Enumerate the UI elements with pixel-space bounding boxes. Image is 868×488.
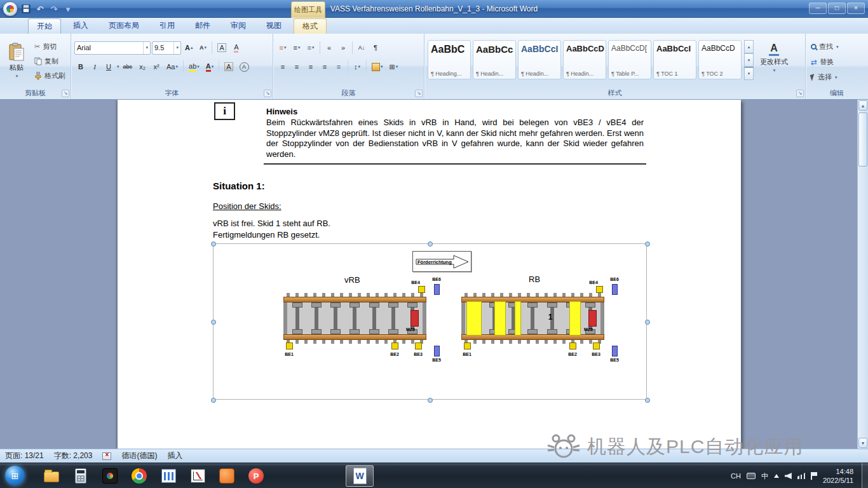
scroll-up-button[interactable]: ▲: [858, 100, 867, 111]
underline-dropdown[interactable]: ▾: [117, 64, 119, 69]
gallery-scroll-down-button[interactable]: ▾: [744, 53, 754, 67]
resize-handle[interactable]: [645, 320, 650, 325]
enclose-characters-button[interactable]: A: [237, 60, 252, 74]
taskbar-explorer-button[interactable]: [37, 465, 65, 487]
borders-button[interactable]: ⊞▾: [387, 60, 401, 74]
close-button[interactable]: ×: [847, 3, 865, 14]
italic-button[interactable]: I: [88, 60, 101, 74]
scrollbar-thumb[interactable]: [858, 112, 867, 166]
taskbar-orange-app-button[interactable]: [213, 465, 241, 487]
clipboard-dialog-launcher[interactable]: ↘: [62, 90, 69, 97]
volume-icon[interactable]: [785, 473, 792, 479]
taskbar-chrome-button[interactable]: [125, 465, 153, 487]
scroll-down-button[interactable]: ▼: [858, 438, 867, 448]
start-button[interactable]: ⊞: [5, 466, 25, 485]
style-card[interactable]: AaBbCcD ¶ TOC 2: [698, 40, 742, 79]
replace-button[interactable]: ⇄ 替换: [809, 55, 865, 69]
language-bar-badge[interactable]: CH: [731, 472, 741, 480]
justify-button[interactable]: ≡: [318, 60, 331, 74]
paste-button[interactable]: 粘贴 ▾: [3, 40, 30, 90]
resize-handle[interactable]: [211, 241, 216, 247]
show-desktop-button[interactable]: [862, 463, 868, 488]
page-indicator[interactable]: 页面: 13/21: [5, 451, 44, 461]
grow-font-button[interactable]: A▴: [182, 41, 195, 55]
resize-handle[interactable]: [211, 398, 216, 403]
align-left-button[interactable]: ≡: [276, 60, 289, 74]
tab-home[interactable]: 开始: [28, 18, 61, 34]
language-indicator[interactable]: 德语(德国): [121, 451, 157, 461]
taskbar-clock[interactable]: 14:48 2022/5/11: [823, 467, 853, 485]
align-center-button[interactable]: ≡: [290, 60, 303, 74]
increase-indent-button[interactable]: »: [337, 41, 349, 55]
taskbar-line-graph-app-button[interactable]: [184, 465, 212, 487]
drawing-canvas[interactable]: Förderrichtung vRB RB MZ8: [213, 243, 647, 400]
style-card[interactable]: AaBbCcD[ ¶ Table P...: [608, 40, 651, 79]
shrink-font-button[interactable]: A▾: [196, 41, 209, 55]
font-family-combo[interactable]: Arial ▾: [74, 41, 151, 55]
insert-mode-indicator[interactable]: 插入: [167, 451, 182, 461]
tab-view[interactable]: 视图: [258, 18, 290, 34]
resize-handle[interactable]: [645, 398, 650, 403]
word-count[interactable]: 字数: 2,203: [54, 451, 93, 461]
font-size-combo[interactable]: 9.5 ▾: [152, 41, 181, 55]
tab-review[interactable]: 审阅: [222, 18, 254, 34]
character-shading-button[interactable]: A: [222, 60, 235, 74]
keyboard-icon[interactable]: [747, 473, 756, 479]
bullets-button[interactable]: ≡▾: [276, 41, 289, 55]
change-styles-button[interactable]: A 更改样式 ▾: [756, 40, 792, 90]
tab-page-layout[interactable]: 页面布局: [100, 18, 147, 34]
taskbar-word-button[interactable]: W: [346, 465, 374, 487]
numbering-button[interactable]: ≡▾: [290, 41, 303, 55]
copy-button[interactable]: 复制: [32, 55, 67, 68]
proofing-errors-icon[interactable]: ×: [102, 452, 111, 460]
style-card[interactable]: AaBbCcI ¶ Headin...: [518, 40, 561, 79]
action-center-flag-icon[interactable]: [811, 472, 817, 480]
language-bar-chinese[interactable]: 中: [761, 471, 768, 481]
tab-format[interactable]: 格式: [294, 18, 327, 34]
show-paragraph-marks-button[interactable]: ¶: [369, 41, 382, 55]
resize-handle[interactable]: [428, 241, 433, 247]
style-card[interactable]: AaBbC ¶ Heading...: [428, 40, 471, 79]
superscript-button[interactable]: x²: [150, 60, 163, 74]
conveyor-rb[interactable]: 1 MZ8: [461, 293, 604, 344]
taskbar-presentation-app-button[interactable]: P: [242, 465, 270, 487]
maximize-button[interactable]: □: [828, 3, 846, 14]
hidden-icons-arrow[interactable]: [774, 474, 779, 478]
style-card[interactable]: AaBbCcD ¶ Headin...: [563, 40, 606, 79]
align-right-button[interactable]: ≡: [304, 60, 317, 74]
shading-button[interactable]: ▾: [369, 60, 386, 74]
style-card[interactable]: AaBbCcI ¶ TOC 1: [653, 40, 696, 79]
vertical-scrollbar[interactable]: ▲ ▼: [857, 100, 868, 449]
gallery-scroll-up-button[interactable]: ▴: [744, 40, 754, 53]
change-case-button[interactable]: Aa▾: [164, 60, 180, 74]
character-border-button[interactable]: A: [215, 41, 228, 55]
tab-insert[interactable]: 插入: [65, 18, 97, 34]
tab-references[interactable]: 引用: [151, 18, 183, 34]
clear-formatting-button[interactable]: A: [230, 41, 243, 55]
resize-handle[interactable]: [645, 241, 650, 247]
font-dialog-launcher[interactable]: ↘: [264, 90, 271, 97]
resize-handle[interactable]: [211, 320, 216, 325]
strikethrough-button[interactable]: abc: [121, 60, 135, 74]
resize-handle[interactable]: [428, 398, 433, 403]
gallery-more-button[interactable]: ▾: [744, 67, 754, 80]
tab-mailings[interactable]: 邮件: [187, 18, 219, 34]
distribute-button[interactable]: ≡: [332, 60, 345, 74]
subscript-button[interactable]: x₂: [136, 60, 149, 74]
underline-button[interactable]: U: [102, 60, 115, 74]
network-icon[interactable]: [797, 473, 805, 479]
bold-button[interactable]: B: [74, 60, 87, 74]
format-painter-button[interactable]: 格式刷: [32, 69, 67, 83]
conveyor-vrb[interactable]: MZ8: [283, 293, 426, 344]
sort-button[interactable]: A↓: [355, 41, 368, 55]
multilevel-list-button[interactable]: ≡▾: [304, 41, 317, 55]
cut-button[interactable]: ✂ 剪切: [32, 40, 67, 53]
taskbar-calculator-button[interactable]: [67, 465, 95, 487]
styles-dialog-launcher[interactable]: ↘: [796, 90, 804, 97]
decrease-indent-button[interactable]: «: [323, 41, 336, 55]
taskbar-bar-chart-app-button[interactable]: [154, 465, 182, 487]
taskbar-color-app-button[interactable]: [96, 465, 124, 487]
select-button[interactable]: 选择 ▾: [809, 71, 865, 84]
document-page[interactable]: i Hinweis Beim Rückwärtsfahren eines Ski…: [118, 100, 741, 449]
paragraph-dialog-launcher[interactable]: ↘: [415, 90, 423, 97]
